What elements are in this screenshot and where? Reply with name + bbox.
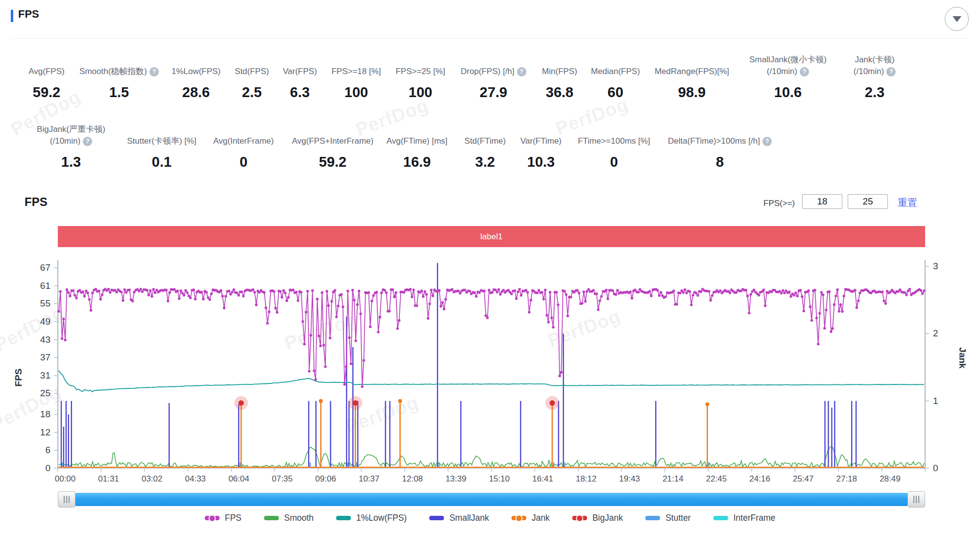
- svg-text:07:35: 07:35: [272, 474, 293, 483]
- svg-text:06:04: 06:04: [228, 474, 249, 483]
- svg-text:18: 18: [40, 409, 50, 419]
- stat-label: Avg(InterFrame): [213, 136, 273, 146]
- stat-label: Std(FTime): [465, 136, 506, 146]
- legend-item-smooth[interactable]: Smooth: [264, 513, 314, 523]
- legend-label: SmallJank: [449, 513, 489, 523]
- stat-value: 98.9: [655, 84, 729, 101]
- stat-cell: Var(FPS)6.3: [283, 51, 317, 101]
- svg-text:6: 6: [45, 445, 50, 455]
- scrollbar-right-handle[interactable]: [907, 491, 925, 508]
- chevron-down-icon: [953, 16, 961, 22]
- legend-item-jank[interactable]: Jank: [512, 513, 550, 523]
- fps-threshold-high-input[interactable]: [848, 194, 888, 209]
- stat-value: 100: [395, 84, 445, 101]
- stat-cell: Avg(FPS)59.2: [28, 51, 64, 101]
- title-accent-bar: [11, 10, 13, 22]
- fps-threshold-low-input[interactable]: [802, 194, 842, 209]
- chart-scrollbar[interactable]: [58, 491, 925, 508]
- legend-label: FPS: [225, 513, 242, 523]
- legend-swatch: [512, 516, 526, 520]
- series-1percent-low: [59, 371, 924, 392]
- stat-value: 1.3: [37, 154, 105, 170]
- legend-item-fps[interactable]: FPS: [205, 513, 242, 523]
- stat-label: Drop(FPS) [/h]?: [461, 67, 526, 76]
- legend-swatch: [645, 516, 660, 520]
- svg-text:12: 12: [40, 427, 50, 437]
- svg-text:0: 0: [45, 463, 50, 473]
- help-icon[interactable]: ?: [762, 137, 772, 146]
- scrollbar-left-handle[interactable]: [58, 491, 75, 508]
- stat-cell: 1%Low(FPS)28.6: [172, 51, 220, 101]
- stat-cell: Delta(FTime)>100ms [/h]?8: [668, 121, 772, 170]
- stat-label: Jank(卡顿): [854, 55, 896, 65]
- svg-text:61: 61: [40, 280, 50, 291]
- stat-label: Stutter(卡顿率) [%]: [127, 136, 196, 146]
- stat-label: Std(FPS): [235, 67, 269, 76]
- legend-item-smalljank[interactable]: SmallJank: [429, 513, 489, 523]
- stat-cell: Jank(卡顿)(/10min)?2.3: [854, 51, 896, 101]
- legend-item-1-low-fps-[interactable]: 1%Low(FPS): [336, 513, 407, 523]
- reset-link[interactable]: 重置: [898, 196, 917, 209]
- svg-text:04:33: 04:33: [185, 474, 206, 483]
- stat-label: Median(FPS): [591, 67, 640, 76]
- stat-cell: MedRange(FPS)[%]98.9: [655, 51, 729, 101]
- stat-label: 1%Low(FPS): [172, 67, 220, 76]
- svg-text:15:10: 15:10: [489, 474, 510, 483]
- legend-item-interframe[interactable]: InterFrame: [713, 513, 776, 523]
- svg-text:1: 1: [933, 396, 938, 406]
- collapse-panel-button[interactable]: [945, 7, 969, 31]
- legend-label: BigJank: [592, 513, 623, 523]
- svg-text:FPS: FPS: [13, 369, 24, 387]
- legend-label: 1%Low(FPS): [356, 513, 407, 523]
- stat-label: FPS>=25 [%]: [395, 67, 445, 76]
- svg-text:55: 55: [40, 298, 50, 308]
- svg-text:24:16: 24:16: [749, 474, 770, 483]
- legend-swatch: [264, 516, 279, 520]
- stat-label: FTime>=100ms [%]: [578, 136, 650, 146]
- legend-swatch: [336, 516, 351, 520]
- svg-text:10:37: 10:37: [359, 474, 380, 483]
- stat-cell: BigJank(严重卡顿)(/10min)?1.3: [37, 121, 105, 170]
- help-icon[interactable]: ?: [149, 67, 159, 76]
- svg-text:3: 3: [933, 261, 938, 271]
- svg-text:25:47: 25:47: [793, 474, 814, 483]
- stat-label: Var(FPS): [283, 67, 317, 76]
- svg-text:12:08: 12:08: [402, 474, 423, 483]
- svg-text:0: 0: [933, 463, 938, 473]
- stat-cell: Smooth(稳帧指数)?1.5: [79, 51, 159, 101]
- legend-swatch: [713, 516, 728, 520]
- svg-text:16:41: 16:41: [532, 474, 553, 483]
- stat-value: 0: [213, 154, 273, 170]
- stat-value: 0.1: [127, 154, 196, 170]
- stat-label: Delta(FTime)>100ms [/h]?: [668, 136, 772, 146]
- label1-banner: label1: [58, 226, 925, 247]
- stat-value: 1.5: [79, 84, 159, 101]
- help-icon[interactable]: ?: [886, 67, 896, 76]
- stat-label: (/10min)?: [37, 136, 105, 146]
- help-icon[interactable]: ?: [800, 67, 809, 76]
- chart-legend: FPSSmooth1%Low(FPS)SmallJankJankBigJankS…: [0, 513, 980, 523]
- svg-text:67: 67: [40, 262, 50, 273]
- stat-value: 36.8: [542, 84, 577, 101]
- fps-chart[interactable]: 0612182531374349556167012300:0001:3103:0…: [0, 253, 980, 490]
- stat-label: BigJank(严重卡顿): [37, 125, 105, 134]
- legend-swatch: [429, 516, 444, 520]
- scrollbar-track-bar[interactable]: [75, 493, 907, 506]
- stat-label: (/10min)?: [749, 67, 827, 76]
- svg-text:09:06: 09:06: [315, 474, 336, 483]
- help-icon[interactable]: ?: [517, 67, 526, 76]
- svg-text:37: 37: [40, 352, 50, 362]
- stat-cell: SmallJank(微小卡顿)(/10min)?10.6: [749, 51, 827, 101]
- legend-item-bigjank[interactable]: BigJank: [572, 513, 623, 523]
- svg-text:25: 25: [40, 388, 50, 398]
- stat-label: Var(FTime): [520, 136, 562, 146]
- svg-text:13:39: 13:39: [445, 474, 466, 483]
- legend-swatch: [205, 516, 220, 520]
- legend-item-stutter[interactable]: Stutter: [645, 513, 691, 523]
- stat-label: MedRange(FPS)[%]: [655, 67, 729, 76]
- stat-value: 2.3: [854, 84, 896, 101]
- stat-cell: Avg(FTime) [ms]16.9: [387, 121, 448, 170]
- series-bigjank: [234, 396, 559, 410]
- stat-value: 10.3: [520, 154, 562, 170]
- help-icon[interactable]: ?: [83, 137, 92, 146]
